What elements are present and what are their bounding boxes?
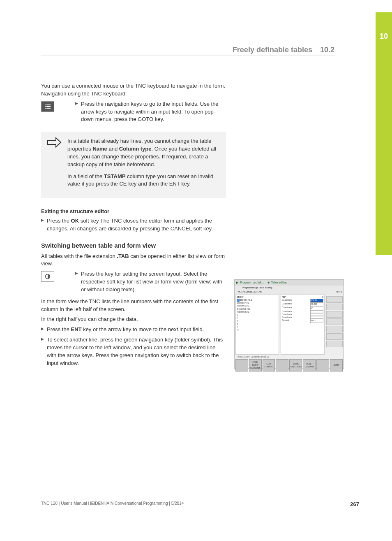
formview-p1: In the form view the TNC lists the line … <box>41 298 226 313</box>
svg-rect-5 <box>46 108 51 109</box>
tnc-screenshot: ▶ Program run, full… ◈ Table editing Pro… <box>234 279 344 369</box>
svg-rect-2 <box>45 106 46 107</box>
screenshot-icon: ▶ <box>236 281 238 285</box>
formview-p2: In the right half you can change the dat… <box>41 316 226 323</box>
screenshot-right-pane <box>326 295 343 355</box>
bullet-navgrn: To select another line, press the green … <box>41 336 226 367</box>
exit-bullet: Press the OK soft key The TNC closes the… <box>41 217 226 233</box>
bullet-ent: Press the ENT key or the arrow key to mo… <box>41 326 226 334</box>
svg-rect-1 <box>46 104 51 105</box>
page-number: 267 <box>350 501 359 509</box>
screenshot-mid-pane: NR*X Coordinate150.01Coordinate40.530Coo… <box>281 295 325 355</box>
svg-rect-4 <box>45 108 46 109</box>
note-p1: In a table that already has lines, you c… <box>67 137 219 168</box>
screenshot-icon2: ◈ <box>267 281 270 285</box>
layout-text: Press the key for setting the screen lay… <box>81 270 226 294</box>
header-title: Freely definable tables <box>233 46 312 54</box>
intro-text: You can use a connected mouse or the TNC… <box>41 82 226 98</box>
section2-heading: Switching between table and form view <box>41 241 226 250</box>
exit-list: Press the OK soft key The TNC closes the… <box>41 217 226 233</box>
svg-rect-3 <box>46 106 51 107</box>
note-arrow-icon <box>47 136 67 192</box>
navkeys-instruction: Press the navigation keys to go to the i… <box>41 100 226 124</box>
layout-instruction: Press the key for setting the screen lay… <box>41 270 226 294</box>
screenshot-left-pane: NR X Y 0 150.091 40.11 50.084 40.12 50.0… <box>235 295 279 355</box>
page-header: Freely definable tables 10.2 <box>233 44 334 55</box>
header-rule <box>41 56 334 56</box>
screenshot-titlebar: ▶ Program run, full… ◈ Table editing <box>235 280 344 286</box>
chapter-tab: 10 <box>376 12 392 255</box>
nav-list: Press the ENT key or the arrow key to mo… <box>41 326 226 367</box>
navkeys-text: Press the navigation keys to go to the i… <box>81 100 226 124</box>
section2-intro: All tables with the file extension .TAB … <box>41 253 226 268</box>
note-box: In a table that already has lines, you c… <box>41 132 226 198</box>
exit-heading: Exiting the structure editor <box>41 208 226 216</box>
svg-rect-0 <box>45 104 46 105</box>
screenshot-softkeys: HIDE/ SORT/ COLUMNS EDIT FORMAT MORE FUN… <box>235 358 344 372</box>
screenshot-body: NR X Y 0 150.091 40.11 50.084 40.12 50.0… <box>235 294 344 355</box>
note-p2: In a field of the TSTAMP column type you… <box>67 173 219 188</box>
note-text: In a table that already has lines, you c… <box>67 137 219 192</box>
footer-meta: TNC 128 | User's Manual HEIDENHAIN Conve… <box>41 501 184 509</box>
screen-layout-icon <box>41 271 54 282</box>
screenshot-subbar: Programming&Table editing <box>235 286 344 290</box>
list-icon <box>41 101 54 112</box>
main-content: You can use a connected mouse or the TNC… <box>41 82 226 371</box>
page-footer: TNC 128 | User's Manual HEIDENHAIN Conve… <box>41 498 359 509</box>
chapter-number: 10 <box>376 31 392 42</box>
header-section: 10.2 <box>320 46 334 54</box>
